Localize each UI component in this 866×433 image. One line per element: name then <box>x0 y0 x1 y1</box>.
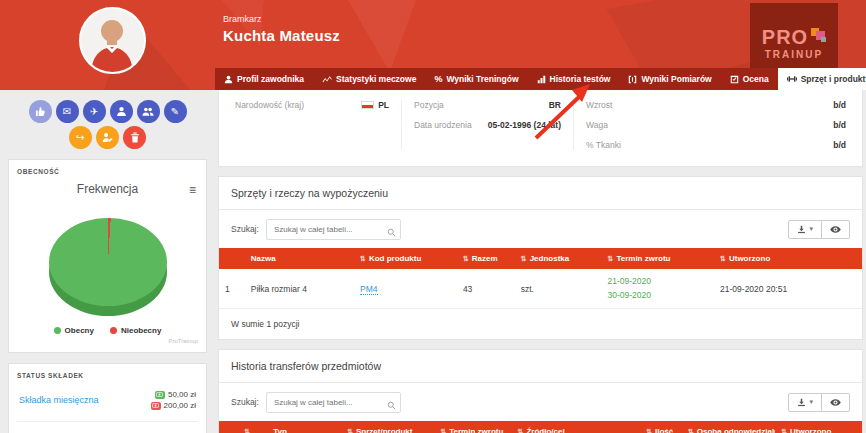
thumbs-up-icon <box>35 106 46 117</box>
nationality-value: PL <box>378 100 389 110</box>
loans-table-footer: W sumie 1 pozycji <box>219 309 862 339</box>
col-razem[interactable]: ⇅Razem <box>457 248 515 269</box>
loans-search-input[interactable] <box>266 219 401 240</box>
cell-code: PM4 <box>354 269 457 309</box>
col-termin-zwrotu[interactable]: ⇅Termin zwrotu <box>434 421 511 433</box>
person-icon <box>224 75 233 84</box>
height-value: b/d <box>833 100 846 110</box>
player-role: Bramkarz <box>223 14 340 24</box>
sort-icon[interactable]: ⇅ <box>244 428 250 433</box>
export-button[interactable]: ▾ <box>789 394 821 411</box>
tab-profil-zawodnika[interactable]: Profil zawodnika <box>215 68 313 90</box>
send-button[interactable]: ✈ <box>83 100 106 123</box>
tab-sprzet-i-produkty[interactable]: Sprzęt i produkty <box>778 68 866 90</box>
loans-table: Nazwa ⇅Kod produktu ⇅Razem ⇅Jednostka ⇅T… <box>219 248 862 309</box>
transfers-panel-title: Historia transferów przedmiotów <box>219 350 862 383</box>
sort-icon[interactable]: ⇅ <box>608 255 614 262</box>
sort-icon[interactable]: ⇅ <box>521 255 527 262</box>
sort-icon[interactable]: ⇅ <box>720 255 726 262</box>
cell-return-dates: 21-09-2020 30-09-2020 <box>602 269 715 309</box>
attendance-card: OBECNOŚĆ Frekwencja ≡ Obecny Nieobecny P… <box>8 159 207 353</box>
player-photo <box>81 9 144 72</box>
columns-visibility-button[interactable] <box>821 221 849 238</box>
nationality-label: Narodowość (kraj) <box>235 100 304 110</box>
logo-text-pro: PRO <box>762 27 808 47</box>
eye-icon <box>830 398 841 407</box>
fee-item: sprzet 0,00 zł 100,00 zł <box>17 422 198 433</box>
sort-icon[interactable]: ⇅ <box>360 255 366 262</box>
col-osoba-odpowiedzialna[interactable]: ⇅Osoba odpowiedzialna <box>682 421 775 433</box>
tab-statystyki-meczowe[interactable]: Statystyki meczowe <box>313 68 425 90</box>
columns-visibility-button[interactable] <box>821 394 849 411</box>
search-icon <box>387 396 396 414</box>
birthdate-value: 05-02-1996 (24 lat) <box>488 120 561 130</box>
weight-label: Waga <box>586 120 608 130</box>
sort-icon[interactable]: ⇅ <box>688 428 694 433</box>
delete-button[interactable] <box>123 126 146 149</box>
sort-icon[interactable]: ⇅ <box>646 428 652 433</box>
position-value: BR <box>549 100 561 110</box>
share-icon: ↪ <box>76 132 84 143</box>
cell-name: Piłka rozmiar 4 <box>245 269 354 309</box>
tab-wyniki-pomiarow[interactable]: Wyniki Pomiarów <box>619 68 720 90</box>
user-edit-icon <box>102 132 113 143</box>
col-termin-zwrotu[interactable]: ⇅Termin zwrotu <box>602 248 715 269</box>
col-utworzono[interactable]: ⇅Utworzono <box>714 248 862 269</box>
birthdate-label: Data urodzenia <box>414 120 472 130</box>
activity-icon <box>322 75 332 84</box>
search-icon <box>387 223 396 241</box>
people-icon <box>142 106 154 117</box>
fee-paid-amount: 50,00 zł <box>155 390 196 399</box>
col-ilosc[interactable]: ⇅Ilość <box>640 421 682 433</box>
green-dot-icon <box>54 327 61 334</box>
person-icon <box>116 106 127 117</box>
col-typ[interactable]: Typ <box>267 421 341 433</box>
message-button[interactable]: ✉ <box>56 100 79 123</box>
col-utworzono[interactable]: ⇅Utworzono <box>775 421 862 433</box>
player-info-panel: Narodowość (kraj) PL Pozycja BR Data uro… <box>218 90 863 167</box>
tab-ocena[interactable]: Ocena <box>721 68 778 90</box>
tab-wyniki-treningow[interactable]: % Wyniki Treningów <box>425 68 527 90</box>
col-sprzet-produkt[interactable]: ⇅Sprzęt/produkt <box>341 421 434 433</box>
sort-icon[interactable]: ⇅ <box>463 255 469 262</box>
height-label: Wzrost <box>586 100 612 110</box>
edit-button[interactable]: ✎ <box>164 100 187 123</box>
chevron-down-icon: ▾ <box>809 225 813 233</box>
logo-mark-icon <box>811 27 826 42</box>
sort-icon[interactable]: ⇅ <box>347 428 353 433</box>
sort-icon[interactable]: ⇅ <box>440 428 446 433</box>
poland-flag-icon <box>361 101 374 109</box>
user-edit-button[interactable] <box>96 126 119 149</box>
profile-button[interactable] <box>110 100 133 123</box>
cell-total: 43 <box>457 269 515 309</box>
fee-link-skladka[interactable]: Składka miesięczna <box>19 395 99 405</box>
thumbs-up-button[interactable] <box>29 100 52 123</box>
chart-menu-icon[interactable]: ≡ <box>189 184 196 196</box>
main-content: Narodowość (kraj) PL Pozycja BR Data uro… <box>215 90 866 433</box>
col-zrodlo-cel[interactable]: ⇅Źródło/cel <box>512 421 641 433</box>
share-button[interactable]: ↪ <box>69 126 92 149</box>
legend-item-nieobecny: Nieobecny <box>110 326 161 335</box>
col-kod-produktu[interactable]: ⇅Kod produktu <box>354 248 457 269</box>
product-code-link[interactable]: PM4 <box>360 284 377 295</box>
col-jednostka[interactable]: ⇅Jednostka <box>515 248 602 269</box>
bar-chart-icon <box>537 75 546 84</box>
logo-text-trainup: TRAINUP <box>765 49 823 60</box>
table-row: 1 Piłka rozmiar 4 PM4 43 szt. 21-09-2020… <box>219 269 862 309</box>
tab-historia-testow[interactable]: Historia testów <box>528 68 620 90</box>
cell-created: 21-09-2020 20:51 <box>714 269 862 309</box>
player-name: Kuchta Mateusz <box>223 27 340 44</box>
red-dot-icon <box>110 327 117 334</box>
col-nazwa[interactable]: Nazwa <box>245 248 354 269</box>
percent-icon: % <box>434 75 442 84</box>
sort-icon[interactable]: ⇅ <box>518 428 524 433</box>
sort-icon[interactable]: ⇅ <box>781 428 787 433</box>
export-button[interactable]: ▾ <box>789 221 821 238</box>
dumbbell-icon <box>787 74 797 84</box>
transfers-table-header-row: ⇅ Typ ⇅Sprzęt/produkt ⇅Termin zwrotu ⇅Źr… <box>219 421 862 433</box>
fees-section-label: STATUS SKŁADEK <box>17 372 198 379</box>
transfers-panel: Historia transferów przedmiotów Szukaj: … <box>218 349 863 433</box>
transfers-search-input[interactable] <box>266 392 401 413</box>
profile-tabbar: Profil zawodnika Statystyki meczowe % Wy… <box>215 68 866 90</box>
group-button[interactable] <box>137 100 160 123</box>
